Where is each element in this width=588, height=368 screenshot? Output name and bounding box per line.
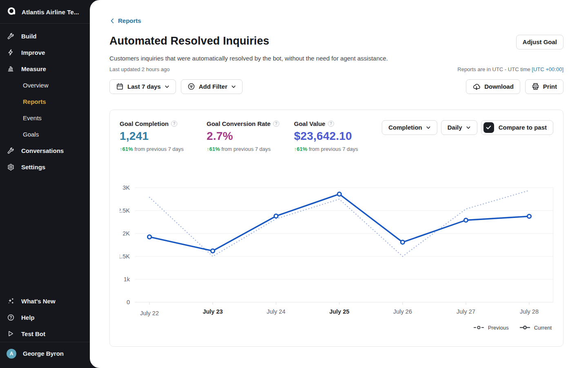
sidebar-item-label: Improve xyxy=(21,49,45,56)
page-description: Customers inquiries that were automatica… xyxy=(109,55,564,62)
workspace-title: Atlantis Airline Te... xyxy=(22,9,79,16)
sidebar-item-reports[interactable]: Reports xyxy=(0,93,90,110)
sidebar-spacer xyxy=(0,175,90,293)
sidebar-item-help[interactable]: Help xyxy=(0,309,90,325)
sidebar-item-build[interactable]: Build xyxy=(0,28,90,44)
adjust-goal-button[interactable]: Adjust Goal xyxy=(516,35,564,49)
download-label: Download xyxy=(484,83,514,90)
sidebar-item-events[interactable]: Events xyxy=(0,110,90,126)
svg-text:July 28: July 28 xyxy=(520,308,539,315)
svg-text:July 27: July 27 xyxy=(457,308,475,315)
sidebar-item-settings[interactable]: Settings xyxy=(0,159,90,175)
sidebar-item-label: Goals xyxy=(23,131,39,138)
sidebar-item-overview[interactable]: Overview xyxy=(0,77,90,93)
sidebar-item-test-bot[interactable]: Test Bot xyxy=(0,325,90,342)
play-icon xyxy=(7,330,15,338)
cloud-download-icon xyxy=(472,83,481,91)
sidebar-item-whats-new[interactable]: What's New xyxy=(0,293,90,309)
breadcrumb[interactable]: Reports xyxy=(109,17,141,24)
delta-value: 61% xyxy=(209,146,220,152)
conversations-icon xyxy=(7,146,15,155)
interval-dropdown[interactable]: Daily xyxy=(441,120,477,135)
sidebar-item-conversations[interactable]: Conversations xyxy=(0,142,90,159)
timezone-note-text: Reports are in UTC - UTC time xyxy=(457,66,530,72)
date-range-label: Last 7 days xyxy=(127,83,161,90)
stat-goal-value: Goal Value ? $23,642.10 ↑61% from previo… xyxy=(294,120,381,152)
print-label: Print xyxy=(543,83,557,90)
legend-label: Current xyxy=(534,325,552,331)
sidebar-item-label: Build xyxy=(21,33,37,40)
download-button[interactable]: Download xyxy=(466,79,520,94)
chevron-down-icon xyxy=(231,84,236,89)
sidebar-item-label: Conversations xyxy=(21,147,64,154)
solid-line-marker-icon xyxy=(519,325,530,330)
goal-completion-chart: 01k1.5K2K2.5K3KJuly 22July 23July 24July… xyxy=(120,182,553,320)
workspace-switcher[interactable]: Atlantis Airline Te... xyxy=(0,0,90,23)
sidebar-item-label: Overview xyxy=(23,82,49,89)
bar-chart-icon xyxy=(7,65,15,73)
svg-text:July 23: July 23 xyxy=(203,308,223,315)
breadcrumb-label: Reports xyxy=(118,17,141,24)
stat-delta: ↑61% from previous 7 days xyxy=(120,146,207,152)
sidebar-item-measure[interactable]: Measure xyxy=(0,61,90,77)
compare-to-past-label: Compare to past xyxy=(499,124,547,131)
sidebar-item-label: Settings xyxy=(21,164,45,171)
date-range-button[interactable]: Last 7 days xyxy=(109,79,176,94)
chevron-down-icon xyxy=(426,125,431,130)
wrench-icon xyxy=(7,32,15,40)
stat-goal-conversion-rate: Goal Conversion Rate ? 2.7% ↑61% from pr… xyxy=(207,120,294,152)
add-filter-button[interactable]: Add Filter xyxy=(181,79,243,94)
stat-label: Goal Completion xyxy=(120,120,169,127)
last-updated-text: Last updated 2 hours ago xyxy=(109,66,169,72)
svg-text:2K: 2K xyxy=(122,230,130,237)
stat-value: 2.7% xyxy=(207,130,294,143)
line-chart[interactable]: 01k1.5K2K2.5K3KJuly 22July 23July 24July… xyxy=(120,182,553,319)
svg-text:1.5K: 1.5K xyxy=(120,253,130,260)
interval-dropdown-value: Daily xyxy=(448,124,462,131)
legend-item-current: Current xyxy=(519,325,552,331)
add-filter-label: Add Filter xyxy=(199,83,227,90)
compare-to-past-toggle[interactable]: Compare to past xyxy=(481,120,553,135)
report-card: Goal Completion ? 1,241 ↑61% from previo… xyxy=(109,110,564,347)
user-menu[interactable]: A George Byron xyxy=(0,342,90,365)
sparkles-icon xyxy=(7,297,15,305)
avatar: A xyxy=(7,349,16,359)
svg-text:2.5K: 2.5K xyxy=(120,207,130,214)
ada-logo-icon xyxy=(7,6,17,18)
calendar-icon xyxy=(116,83,124,90)
delta-suffix: from previous 7 days xyxy=(309,146,358,152)
help-icon[interactable]: ? xyxy=(171,121,177,127)
stat-goal-completion: Goal Completion ? 1,241 ↑61% from previo… xyxy=(120,120,207,152)
sidebar-item-label: What's New xyxy=(21,298,56,305)
help-icon[interactable]: ? xyxy=(273,121,279,127)
svg-text:July 26: July 26 xyxy=(393,308,412,315)
timezone-link[interactable]: [UTC +00:00] xyxy=(532,66,564,72)
dashed-line-marker-icon xyxy=(473,325,484,330)
sidebar-item-goals[interactable]: Goals xyxy=(0,126,90,142)
delta-suffix: from previous 7 days xyxy=(134,146,184,152)
delta-value: 61% xyxy=(122,146,133,152)
metric-dropdown[interactable]: Completion xyxy=(382,120,437,135)
chart-legend: Previous Current xyxy=(120,325,553,331)
stat-label: Goal Value xyxy=(294,120,325,127)
sidebar-item-label: Help xyxy=(21,314,35,321)
timezone-note: Reports are in UTC - UTC time [UTC +00:0… xyxy=(457,66,564,72)
svg-text:3K: 3K xyxy=(122,184,130,191)
printer-icon xyxy=(532,83,539,90)
print-button[interactable]: Print xyxy=(525,79,564,94)
stat-label: Goal Conversion Rate xyxy=(207,120,271,127)
svg-text:July 24: July 24 xyxy=(267,308,285,315)
stat-value: 1,241 xyxy=(120,130,207,143)
sidebar-item-label: Reports xyxy=(23,98,46,105)
svg-text:1k: 1k xyxy=(124,276,130,283)
sidebar-item-label: Test Bot xyxy=(21,330,45,337)
main-panel: Reports Automated Resolved Inquiries Adj… xyxy=(90,0,588,368)
svg-text:July 22: July 22 xyxy=(140,310,159,316)
gear-icon xyxy=(7,163,15,171)
delta-suffix: from previous 7 days xyxy=(221,146,271,152)
filter-icon xyxy=(187,83,195,90)
legend-item-previous: Previous xyxy=(473,325,509,331)
stat-delta: ↑61% from previous 7 days xyxy=(294,146,381,152)
sidebar-item-improve[interactable]: Improve xyxy=(0,44,90,61)
help-icon[interactable]: ? xyxy=(328,121,334,127)
